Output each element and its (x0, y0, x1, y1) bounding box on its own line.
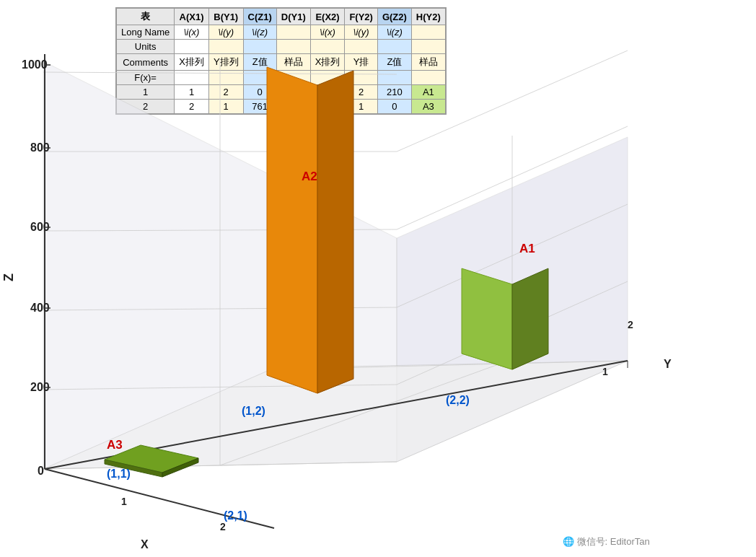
bar-a1-front (462, 268, 512, 369)
pos-label-11: (1,1) (107, 468, 131, 480)
y-tick-1: 1 (602, 366, 608, 377)
y-tick-2: 2 (628, 319, 633, 330)
y-axis-label: Y (664, 358, 672, 370)
pos-label-12: (1,2) (242, 405, 265, 417)
pos-label-22: (2,2) (446, 394, 470, 406)
bar-a2-front (267, 67, 317, 393)
z-axis-label: Z (1, 273, 16, 281)
chart-svg: 1000 800 600 400 200 0 Z X Y 1 2 1 2 A2 … (0, 0, 756, 557)
bar-a2-side (317, 71, 353, 393)
watermark: 🌐 微信号: EditorTan (563, 535, 650, 548)
z-tick-1000: 1000 (22, 58, 48, 71)
bar-label-a3: A3 (107, 438, 123, 452)
z-tick-0: 0 (38, 465, 44, 477)
x-axis-label: X (141, 538, 149, 551)
bar-label-a2: A2 (302, 170, 317, 183)
pos-label-21: (2,1) (224, 509, 247, 522)
x-tick-2: 2 (220, 521, 226, 532)
x-tick-1: 1 (121, 496, 127, 507)
bar-a1-side (512, 268, 548, 369)
bar-label-a1: A1 (519, 242, 535, 255)
